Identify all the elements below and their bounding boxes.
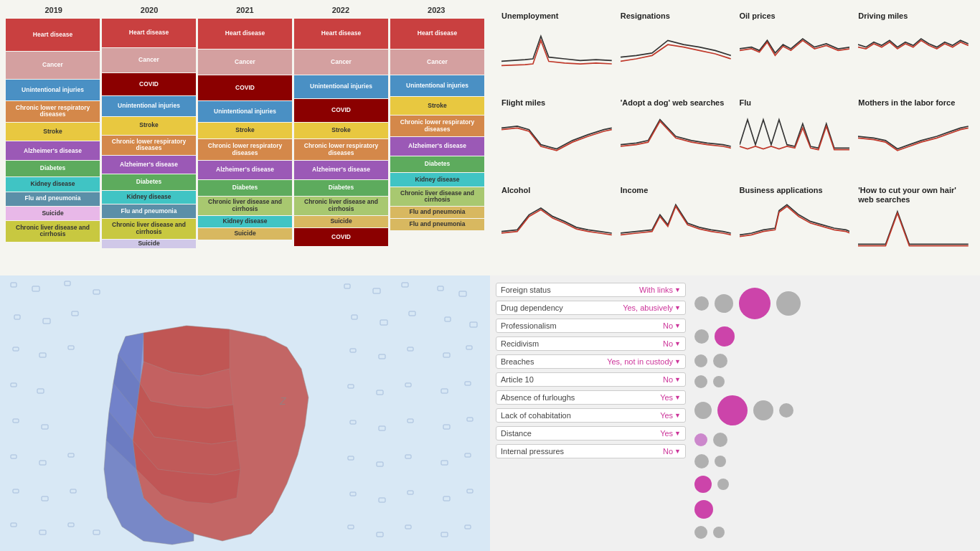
filter-value-distance: Yes ▼ [660,429,681,438]
filter-breaches[interactable]: Breaches Yes, not in custody ▼ [496,354,686,369]
year-2019: 2019 [44,6,62,14]
filter-panel: Foreign status With links ▼ Drug depende… [496,281,686,545]
filter-label-recidivism: Recidivism [501,339,539,348]
cause-suicide-2019: Suicide [6,207,100,220]
cause-cancer-2021: Cancer [198,50,292,75]
trend-chart-flight [501,111,612,177]
cause-covid-2022: COVID [294,99,388,122]
filter-label-drug: Drug dependency [501,303,563,312]
trend-chart-flu [740,111,850,177]
filter-foreign-status[interactable]: Foreign status With links ▼ [496,283,686,297]
cause-diab-2022: Diabetes [294,180,388,196]
trend-unemployment: Unemployment [499,9,615,93]
cause-stroke-2023: Stroke [390,97,484,116]
cause-diab-2021: Diabetes [198,180,292,196]
bubble-7-2 [715,456,726,467]
dropdown-arrow-recidivism: ▼ [674,340,681,347]
bubble-5-3 [753,400,773,420]
filter-value-lack-cohabitation: Yes ▼ [660,411,681,420]
bubbles-visualization [689,281,974,545]
cause-clrd-2021: Chronic lower respiratory diseases [198,139,292,160]
filter-label-internal: Internal pressures [501,447,564,456]
bubble-1-3-pink [739,288,771,319]
trend-mothers: Mothers in the labor force [855,95,971,179]
cause-stroke-2019: Stroke [6,123,100,141]
cause-alz-2023: Alzheimer's disease [390,137,484,156]
filter-value-drug: Yes, abusively ▼ [623,303,681,312]
trend-chart-oil [740,24,850,90]
bubble-row-7 [694,453,969,470]
trend-label-resignations: Resignations [621,11,731,21]
bubble-row-3 [694,352,969,369]
map-svg: Z [0,276,490,551]
trend-label-mothers: Mothers in the labor force [858,98,969,108]
cause-heart-2022: Heart disease [294,19,388,49]
bubble-10-1 [694,526,707,539]
trend-oil: Oil prices [737,9,853,93]
trend-chart-resignations [621,24,731,90]
cause-alz-2022: Alzheimer's disease [294,161,388,179]
dropdown-arrow-drug: ▼ [674,304,681,311]
trend-label-hair: 'How to cut your own hair' web searches [858,186,969,204]
cause-liver-2020: Chronic liver disease and cirrhosis [102,219,196,239]
filter-drug-dependency[interactable]: Drug dependency Yes, abusively ▼ [496,301,686,315]
cause-suicide-2020: Suicide [102,240,196,248]
trend-income: Income [618,183,734,267]
cause-liver-2021: Chronic liver disease and cirrhosis [198,197,292,215]
cause-clrd-2019: Chronic lower respiratory diseases [6,101,100,122]
dropdown-arrow-article10: ▼ [674,376,681,383]
trend-chart-unemployment [501,24,612,90]
cause-kidney-2023: Kidney disease [390,173,484,187]
filter-article10[interactable]: Article 10 No ▼ [496,372,686,387]
cause-alz-2019: Alzheimer's disease [6,141,100,160]
trend-resignations: Resignations [618,9,734,93]
filter-absence-furloughs[interactable]: Absence of furloughs Yes ▼ [496,390,686,405]
filter-value-internal: No ▼ [663,447,681,456]
cause-heart-2020: Heart disease [102,19,196,47]
trend-chart-hair [858,207,969,264]
filter-label-foreign: Foreign status [501,286,551,294]
filter-distance[interactable]: Distance Yes ▼ [496,426,686,441]
dropdown-arrow-lack-cohabitation: ▼ [674,412,681,419]
dropdown-arrow-professionalism: ▼ [674,322,681,329]
bubble-5-2-pink [717,395,748,425]
trend-chart-alcohol [501,198,612,264]
filter-label-breaches: Breaches [501,357,534,366]
trend-label-adopt-dog: 'Adopt a dog' web searches [621,98,731,108]
cause-uninj-2021: Unintentional injuries [198,101,292,122]
filter-professionalism[interactable]: Professionalism No ▼ [496,319,686,333]
cause-diab-2023: Diabetes [390,156,484,172]
trend-flight: Flight miles [499,95,615,179]
cause-stroke-2020: Stroke [102,117,196,135]
cause-flu-2020: Flu and pneumonia [102,204,196,218]
trend-chart-mothers [858,111,969,177]
bubble-2-1 [694,329,709,344]
filter-internal-pressures[interactable]: Internal pressures No ▼ [496,444,686,458]
cause-uninj-2019: Unintentional injuries [6,80,100,100]
trend-chart-business [740,198,850,264]
filter-label-distance: Distance [501,429,532,438]
cause-uninj-2023: Unintentional injuries [390,75,484,96]
trend-driving: Driving miles [855,9,971,93]
filter-lack-cohabitation[interactable]: Lack of cohabitation Yes ▼ [496,408,686,423]
trend-label-income: Income [621,186,731,195]
bubble-6-1-lightpink [694,433,707,446]
cause-liver-2019: Chronic liver disease and cirrhosis [6,221,100,242]
filter-label-article10: Article 10 [501,375,534,384]
bubble-1-4 [776,291,801,316]
bubble-row-8 [694,474,969,494]
trend-alcohol: Alcohol [499,183,615,267]
svg-text:Z: Z [279,395,286,407]
cause-liver-2022: Chronic liver disease and cirrhosis [294,197,388,215]
trend-flu: Flu [737,95,853,179]
bubble-7-1 [694,454,709,468]
cause-alz-2020: Alzheimer's disease [102,156,196,174]
bubble-5-4 [779,403,793,418]
cause-uninj-2020: Unintentional injuries [102,96,196,116]
cause-covid-2020: COVID [102,73,196,95]
filter-recidivism[interactable]: Recidivism No ▼ [496,336,686,351]
trend-label-unemployment: Unemployment [501,11,612,21]
trend-label-oil: Oil prices [740,11,850,21]
trend-chart-adopt-dog [621,111,731,177]
cause-kidney-2021: Kidney disease [198,216,292,227]
